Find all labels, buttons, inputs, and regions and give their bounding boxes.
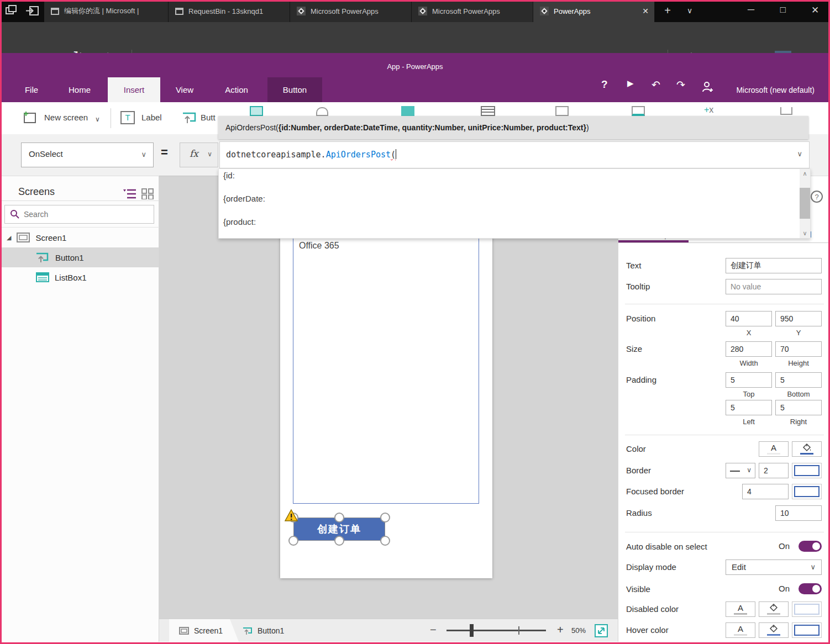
- hover-color-swatch[interactable]: [792, 622, 822, 638]
- tree-item-screen1[interactable]: ◢ Screen1: [0, 228, 159, 247]
- browser-tab-flow-editor[interactable]: 编辑你的流 | Microsoft |: [44, 0, 169, 22]
- expander-icon[interactable]: ◢: [7, 234, 11, 241]
- suggestion-item[interactable]: {quantit: [223, 237, 251, 239]
- radius-input[interactable]: [775, 505, 822, 521]
- auto-disable-toggle[interactable]: [799, 541, 822, 552]
- text-input-icon[interactable]: [250, 106, 263, 116]
- disabled-fill-color-button[interactable]: [759, 601, 789, 617]
- focused-border-width-input[interactable]: [742, 484, 789, 499]
- label-button[interactable]: Label: [141, 113, 162, 122]
- menu-home[interactable]: Home: [61, 77, 98, 102]
- redo-icon[interactable]: ↷: [676, 78, 685, 91]
- position-y-input[interactable]: [775, 311, 822, 326]
- resize-handle-top-middle[interactable]: [334, 513, 344, 522]
- tree-item-button1-selected[interactable]: Button1: [0, 247, 159, 267]
- suggestion-item[interactable]: {product:: [223, 217, 256, 226]
- visible-toggle[interactable]: [799, 583, 822, 594]
- gallery-icon[interactable]: [481, 106, 495, 116]
- menu-action[interactable]: Action: [217, 77, 256, 102]
- scroll-down-icon[interactable]: ∨: [800, 230, 810, 237]
- chevron-down-icon[interactable]: ∨: [797, 150, 802, 158]
- screens-search-box[interactable]: [4, 205, 154, 224]
- scrollbar-thumb[interactable]: [800, 188, 810, 219]
- forms-icon[interactable]: [555, 106, 569, 116]
- zoom-slider-thumb[interactable]: [470, 624, 474, 637]
- focused-border-color-swatch[interactable]: [792, 484, 822, 499]
- border-style-dropdown[interactable]: ∨: [726, 463, 755, 478]
- new-screen-button[interactable]: New screen: [44, 113, 88, 122]
- custom-control-icon[interactable]: +x: [704, 105, 713, 115]
- breadcrumb-button1[interactable]: Button1: [242, 619, 284, 642]
- resize-handle-bottom-middle[interactable]: [334, 536, 344, 546]
- media-icon[interactable]: [780, 107, 792, 115]
- padding-top-input[interactable]: [726, 372, 772, 388]
- fx-button[interactable]: fx ∨: [180, 142, 218, 167]
- hover-font-color-button[interactable]: A: [726, 622, 755, 638]
- menu-file[interactable]: File: [15, 77, 48, 102]
- menu-button-context[interactable]: Button: [267, 77, 322, 102]
- tree-item-listbox1[interactable]: ListBox1: [0, 267, 159, 287]
- listbox1-control[interactable]: Office 365: [293, 233, 479, 504]
- window-minimize-button[interactable]: ─: [743, 4, 759, 15]
- zoom-out-button[interactable]: −: [430, 624, 437, 636]
- close-tab-icon[interactable]: ✕: [642, 7, 649, 15]
- breadcrumb-screen1[interactable]: Screen1: [169, 619, 239, 642]
- suggestion-item[interactable]: {orderDate:: [223, 194, 265, 203]
- chart-icon[interactable]: [632, 106, 645, 116]
- scroll-up-icon[interactable]: ∧: [800, 170, 810, 177]
- zoom-in-button[interactable]: +: [557, 624, 564, 636]
- font-color-button[interactable]: A: [759, 441, 789, 457]
- menu-insert-active[interactable]: Insert: [108, 77, 160, 102]
- share-user-icon[interactable]: [701, 81, 715, 94]
- set-tabs-aside-icon[interactable]: [25, 5, 40, 17]
- browser-tab-powerapps-2[interactable]: Microsoft PowerApps: [412, 0, 533, 22]
- date-picker-icon[interactable]: [401, 106, 414, 116]
- help-icon[interactable]: ?: [601, 78, 608, 91]
- menu-view[interactable]: View: [167, 77, 202, 102]
- undo-icon[interactable]: ↶: [652, 78, 660, 91]
- warning-icon[interactable]: [285, 509, 298, 521]
- tab-preview-icon[interactable]: [4, 5, 18, 17]
- position-x-input[interactable]: [726, 311, 772, 326]
- pen-input-icon[interactable]: [316, 107, 328, 116]
- size-width-input[interactable]: [726, 341, 772, 357]
- list-view-icon[interactable]: [123, 188, 137, 199]
- button-insert-button[interactable]: Butt: [201, 113, 216, 122]
- resize-handle-bottom-left[interactable]: [288, 536, 298, 546]
- fill-color-button[interactable]: [792, 441, 822, 457]
- formula-input[interactable]: dotnetcoreapisample.ApiOrdersPost( ∨: [219, 141, 810, 168]
- environment-name[interactable]: Microsoft (new default): [725, 78, 824, 102]
- grid-view-icon[interactable]: [141, 188, 154, 199]
- browser-tab-requestbin[interactable]: RequestBin - 13sknqd1: [169, 0, 290, 22]
- border-color-swatch[interactable]: [792, 463, 822, 478]
- property-selector[interactable]: OnSelect ∨: [21, 142, 154, 167]
- resize-handle-top-right[interactable]: [380, 513, 390, 522]
- hover-fill-color-button[interactable]: [759, 622, 789, 638]
- zoom-slider-track[interactable]: [446, 630, 546, 631]
- preview-play-icon[interactable]: ▶: [627, 78, 634, 88]
- disabled-color-swatch[interactable]: [792, 601, 822, 617]
- help-circle-icon[interactable]: ?: [811, 191, 823, 203]
- window-maximize-button[interactable]: □: [775, 4, 791, 15]
- text-property-input[interactable]: [726, 258, 822, 273]
- border-width-input[interactable]: [759, 463, 789, 478]
- new-tab-button[interactable]: +: [661, 4, 674, 17]
- padding-left-input[interactable]: [726, 400, 772, 415]
- search-input[interactable]: [24, 208, 145, 221]
- window-close-button[interactable]: ✕: [807, 4, 823, 16]
- listbox-item[interactable]: Office 365: [299, 241, 339, 251]
- tooltip-property-input[interactable]: [726, 279, 822, 294]
- tab-list-chevron-icon[interactable]: ∨: [683, 6, 696, 15]
- padding-right-input[interactable]: [775, 400, 822, 415]
- browser-tab-powerapps-active[interactable]: PowerApps ✕: [533, 0, 655, 22]
- size-height-input[interactable]: [775, 341, 822, 357]
- dropdown-scrollbar[interactable]: ∧ ∨: [800, 169, 810, 238]
- browser-tab-powerapps-1[interactable]: Microsoft PowerApps: [290, 0, 412, 22]
- screen1-canvas[interactable]: Office 365 创建订单: [280, 230, 492, 578]
- display-mode-dropdown[interactable]: Edit ∨: [726, 559, 822, 575]
- disabled-font-color-button[interactable]: A: [726, 601, 755, 617]
- resize-handle-bottom-right[interactable]: [380, 536, 390, 546]
- padding-bottom-input[interactable]: [775, 372, 822, 388]
- suggestion-item[interactable]: {id:: [223, 171, 235, 180]
- fit-to-window-icon[interactable]: [595, 624, 608, 637]
